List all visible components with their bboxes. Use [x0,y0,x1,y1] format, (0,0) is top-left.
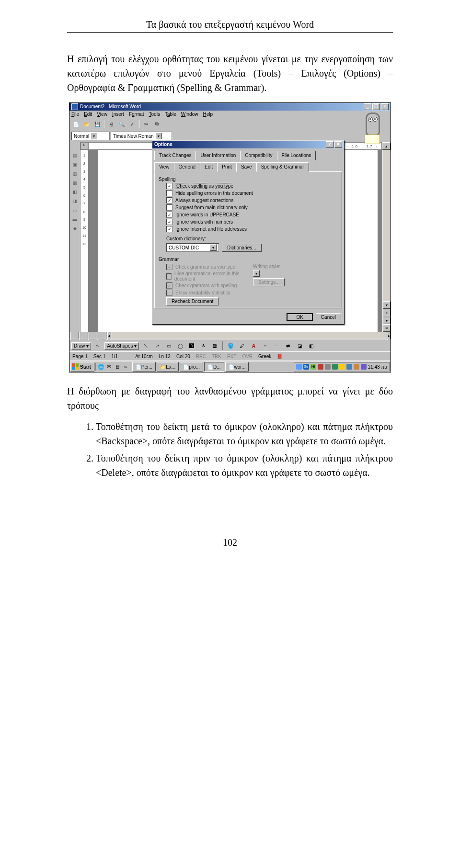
scroll-up-button[interactable]: ▴ [382,142,391,150]
status-ovr[interactable]: OVR [242,354,253,359]
start-button[interactable]: Start [70,362,94,372]
vertical-scrollbar[interactable]: ▾ ± ● ∓ [382,150,391,332]
tray-icon[interactable] [361,364,367,370]
save-icon[interactable]: 💾 [92,119,102,129]
new-icon[interactable]: 📄 [71,119,81,129]
menu-edit[interactable]: Edit [84,112,92,117]
tab-compatibility[interactable]: Compatibility [240,151,277,160]
status-rec[interactable]: REC [196,354,206,359]
font-combo[interactable]: Times New Roman▾ [111,132,172,140]
maximize-button[interactable]: ❐ [372,103,380,110]
menu-window[interactable]: Window [181,112,198,117]
status-language[interactable]: Greek [258,354,271,359]
dialog-close-button[interactable]: ✕ [334,141,342,148]
horizontal-scrollbar[interactable]: ◂ ▸ [69,332,391,339]
dialog-titlebar[interactable]: Options ? ✕ [152,141,344,148]
menu-insert[interactable]: Insert [112,112,124,117]
dictionaries-button[interactable]: Dictionaries... [222,244,262,252]
ignore-uppercase[interactable]: ✓Ignore words in UPPERCASE [166,212,338,218]
custom-dict-combo[interactable]: CUSTOM.DIC ▾ [166,243,219,252]
tray-icon[interactable] [318,364,323,370]
task-wor[interactable]: 📄 wor... [225,362,249,372]
outline-icon[interactable]: ▦ [70,179,79,187]
preview-icon[interactable]: 🔍 [117,119,126,129]
prev-page-button[interactable]: ± [383,309,391,316]
ok-button[interactable]: OK [287,313,312,321]
task-per[interactable]: 📄 Per... [132,362,156,372]
spellcheck-icon[interactable]: ✓ [127,119,137,129]
outline-icon[interactable]: ▬ [70,215,79,223]
cancel-button[interactable]: Cancel [316,313,341,321]
check-spelling-as-you-type[interactable]: ✓Check spelling as you type [166,183,338,189]
system-tray[interactable]: Gr Hi 11:43 πμ [294,362,390,372]
menu-format[interactable]: Format [129,112,144,117]
fill-color-icon[interactable]: 🪣 [226,341,235,350]
tray-clock[interactable]: 11:43 πμ [368,364,387,370]
tray-icon[interactable] [346,364,352,370]
tab-general[interactable]: General [174,162,201,172]
tray-icon[interactable] [296,364,302,370]
browse-object-button[interactable]: ● [383,316,391,324]
select-objects-icon[interactable]: ↖ [93,341,103,350]
tab-view[interactable]: View [154,162,174,172]
outline-icon[interactable]: ◨ [70,197,79,205]
tab-spelling-grammar[interactable]: Spelling & Grammar [256,162,309,172]
tab-save[interactable]: Save [236,162,257,172]
copy-icon[interactable]: ⧉ [152,119,161,129]
desktop-icon[interactable]: 🖥 [114,363,121,371]
outline-icon[interactable]: ▣ [70,161,79,169]
ie-icon[interactable]: 🌐 [97,363,105,371]
open-icon[interactable]: 📂 [82,119,92,129]
oval-icon[interactable]: ◯ [175,341,185,350]
vertical-ruler[interactable]: 123456789101112 [80,150,89,332]
outlook-icon[interactable]: ✉ [105,363,113,371]
style-combo[interactable]: Normal▾ [71,132,110,140]
line-icon[interactable]: ＼ [141,341,150,350]
normal-view-icon[interactable] [70,332,79,339]
scroll-down-button[interactable]: ▾ [383,301,391,309]
rectangle-icon[interactable]: ▭ [164,341,173,350]
tab-print[interactable]: Print [217,162,237,172]
status-trk[interactable]: TRK [212,354,221,359]
outline-icon[interactable]: ▭ [70,206,79,214]
tab-file-locations[interactable]: File Locations [277,151,316,160]
tab-user-info[interactable]: User Information [196,151,241,160]
titlebar[interactable]: Document2 - Microsoft Word _ ❐ ✕ [69,103,391,111]
menu-view[interactable]: View [97,112,107,117]
outline-icon[interactable]: ◧ [70,188,79,196]
weblayout-view-icon[interactable] [80,332,88,339]
minimize-button[interactable]: _ [364,103,371,110]
tray-lang-icon[interactable]: Gr [303,364,309,370]
wordart-icon[interactable]: 𝐀 [198,341,208,350]
tray-icon[interactable] [354,364,359,370]
ignore-words-with-numbers[interactable]: ✓Ignore words with numbers [166,219,338,225]
suggest-main-dictionary-only[interactable]: Suggest from main dictionary only [166,204,338,211]
autoshapes-menu[interactable]: AutoShapes ▾ [104,342,139,349]
outline-icon[interactable]: ▤ [70,152,79,159]
always-suggest-corrections[interactable]: ✓Always suggest corrections [166,197,338,203]
task-ex[interactable]: 📁 Ex... [157,362,179,372]
tab-edit[interactable]: Edit [200,162,218,172]
outline-icon[interactable]: ▥ [70,170,79,178]
arrow-style-icon[interactable]: ⇄ [283,341,293,350]
menu-table[interactable]: Table [165,112,176,117]
hide-spelling-errors[interactable]: Hide spelling errors in this document [166,190,338,196]
line-color-icon[interactable]: 🖊 [237,341,247,350]
outline-icon[interactable]: ◆ [70,225,79,232]
tray-volume-icon[interactable] [339,364,345,370]
status-ext[interactable]: EXT [227,354,236,359]
tray-hi-icon[interactable]: Hi [310,364,316,370]
outline-view-icon[interactable] [98,332,106,339]
line-style-icon[interactable]: ≡ [260,341,270,350]
task-pro[interactable]: 📄 pro... [180,362,203,372]
font-color-icon[interactable]: A [249,341,258,350]
draw-menu[interactable]: Draw ▾ [71,342,91,349]
cut-icon[interactable]: ✂ [141,119,151,129]
tab-track-changes[interactable]: Track Changes [154,151,196,160]
textbox-icon[interactable]: 🅰 [187,341,196,350]
3d-icon[interactable]: ◧ [306,341,316,350]
next-page-button[interactable]: ∓ [383,324,391,332]
clipart-icon[interactable]: 🖼 [210,341,219,350]
more-icon[interactable]: » [122,363,129,371]
clippy-assistant[interactable] [363,113,383,141]
